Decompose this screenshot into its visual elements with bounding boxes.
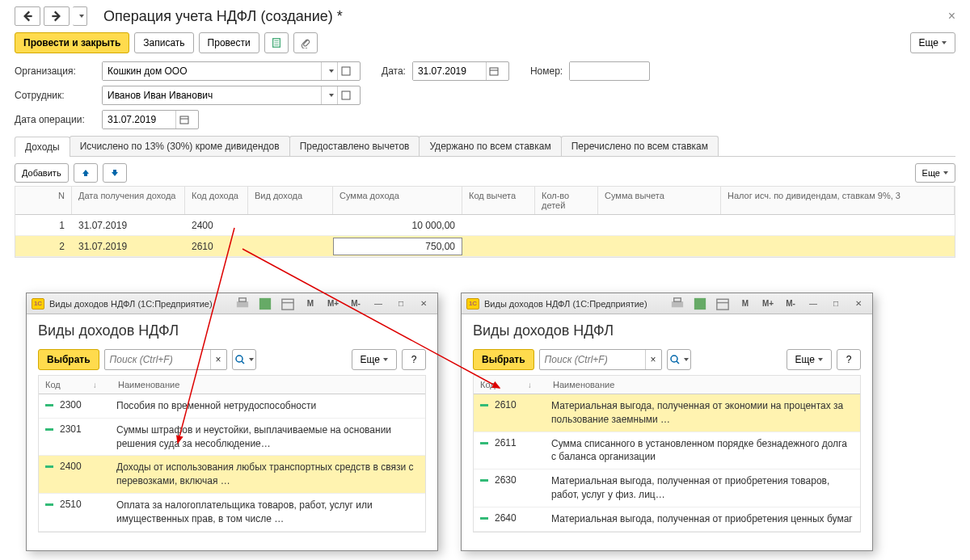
m-minus-button[interactable]: M- xyxy=(347,296,365,312)
org-input[interactable] xyxy=(103,62,321,80)
list-item[interactable]: ▬2510Оплата за налогоплательщика товаров… xyxy=(39,494,425,532)
org-dropdown[interactable] xyxy=(321,62,337,80)
gh-date[interactable]: Дата получения дохода xyxy=(72,187,185,214)
maximize-button[interactable]: □ xyxy=(392,296,410,312)
item-name: Доходы от использования любых транспортн… xyxy=(116,461,419,488)
date-picker[interactable] xyxy=(486,62,502,80)
minimize-button[interactable]: — xyxy=(804,296,822,312)
number-input[interactable] xyxy=(570,62,647,80)
org-label: Организация: xyxy=(15,65,95,77)
clear-search-button[interactable]: × xyxy=(645,350,661,369)
select-button[interactable]: Выбрать xyxy=(473,349,534,370)
gh-type[interactable]: Вид дохода xyxy=(248,187,333,214)
svg-rect-18 xyxy=(674,297,681,301)
grid-more-button[interactable]: Еще xyxy=(915,163,955,183)
m-button[interactable]: M xyxy=(302,296,319,312)
list-item[interactable]: ▬2610Материальная выгода, полученная от … xyxy=(474,394,860,432)
move-up-button[interactable] xyxy=(74,163,98,183)
search-input[interactable] xyxy=(540,354,645,365)
dialog-more-button[interactable]: Еще xyxy=(787,349,832,370)
list-item[interactable]: ▬2300Пособия по временной нетрудоспособн… xyxy=(39,394,425,419)
item-icon: ▬ xyxy=(480,512,495,521)
help-button[interactable]: ? xyxy=(837,349,861,370)
m-plus-button[interactable]: M+ xyxy=(324,296,342,312)
employee-input[interactable] xyxy=(103,86,321,104)
save-button[interactable]: Записать xyxy=(134,32,193,53)
employee-dropdown[interactable] xyxy=(321,86,337,104)
list-head-name[interactable]: Наименование xyxy=(553,380,854,389)
item-icon: ▬ xyxy=(480,399,495,408)
dialog-more-button[interactable]: Еще xyxy=(352,349,397,370)
opdate-input[interactable] xyxy=(103,111,175,128)
employee-open[interactable] xyxy=(337,86,353,104)
item-icon: ▬ xyxy=(45,423,60,432)
close-button[interactable]: ✕ xyxy=(415,296,432,312)
grid-row[interactable]: 1 31.07.2019 2400 10 000,00 xyxy=(15,215,955,236)
m-plus-button[interactable]: M+ xyxy=(759,296,777,312)
tab-4[interactable]: Перечислено по всем ставкам xyxy=(561,136,719,156)
maximize-button[interactable]: □ xyxy=(827,296,845,312)
add-row-button[interactable]: Добавить xyxy=(15,163,69,183)
svg-rect-17 xyxy=(672,301,683,307)
list-head-name[interactable]: Наименование xyxy=(118,380,419,389)
item-name: Материальная выгода, полученная от эконо… xyxy=(551,399,854,427)
print-icon[interactable] xyxy=(234,296,251,312)
grid-row[interactable]: 2 31.07.2019 2610 750,00 xyxy=(15,236,955,257)
minimize-button[interactable]: — xyxy=(369,296,387,312)
item-name: Материальная выгода, полученная от приоб… xyxy=(551,512,854,526)
save-icon[interactable] xyxy=(256,296,274,312)
list-item[interactable]: ▬2630Материальная выгода, полученная от … xyxy=(474,469,860,507)
post-button[interactable]: Провести xyxy=(199,32,259,53)
item-icon: ▬ xyxy=(45,399,60,408)
forward-button[interactable] xyxy=(44,6,70,26)
search-input[interactable] xyxy=(105,354,210,365)
m-button[interactable]: M xyxy=(736,296,754,312)
page-title: Операция учета НДФЛ (создание) * xyxy=(103,8,343,25)
svg-rect-12 xyxy=(259,297,271,309)
calendar-icon[interactable] xyxy=(279,296,297,312)
attach-button[interactable] xyxy=(293,32,318,53)
tab-3[interactable]: Удержано по всем ставкам xyxy=(419,136,561,156)
gh-code[interactable]: Код дохода xyxy=(185,187,248,214)
move-down-button[interactable] xyxy=(103,163,127,183)
m-minus-button[interactable]: M- xyxy=(782,296,799,312)
list-item[interactable]: ▬2640Материальная выгода, полученная от … xyxy=(474,507,860,532)
opdate-picker[interactable] xyxy=(175,111,192,128)
report-button[interactable] xyxy=(264,32,289,53)
nav-dropdown[interactable] xyxy=(73,6,87,26)
item-code: 2610 xyxy=(495,399,551,411)
opdate-label: Дата операции: xyxy=(15,114,95,125)
income-types-list-right: Код↓ Наименование ▬2610Материальная выго… xyxy=(473,375,861,533)
org-open[interactable] xyxy=(337,62,353,80)
close-button[interactable]: ✕ xyxy=(850,296,867,312)
tab-2[interactable]: Предоставлено вычетов xyxy=(289,136,420,156)
gh-ded-amt[interactable]: Сумма вычета xyxy=(598,187,721,214)
calendar-icon[interactable] xyxy=(714,296,732,312)
gh-n[interactable]: N xyxy=(15,187,72,214)
save-icon[interactable] xyxy=(691,296,709,312)
clear-search-button[interactable]: × xyxy=(210,350,226,369)
gh-amount[interactable]: Сумма дохода xyxy=(333,187,462,214)
item-code: 2640 xyxy=(495,512,551,524)
close-icon[interactable]: × xyxy=(948,9,955,23)
help-button[interactable]: ? xyxy=(402,349,426,370)
select-button[interactable]: Выбрать xyxy=(38,349,99,370)
svg-rect-13 xyxy=(282,299,293,309)
list-item[interactable]: ▬2301Суммы штрафов и неустойки, выплачив… xyxy=(39,419,425,457)
post-close-button[interactable]: Провести и закрыть xyxy=(15,32,129,53)
gh-tax[interactable]: Налог исч. по дивидендам, ставкам 9%, 3 xyxy=(721,187,955,214)
print-icon[interactable] xyxy=(668,296,686,312)
gh-ded-code[interactable]: Код вычета xyxy=(462,187,535,214)
more-button[interactable]: Еще xyxy=(910,32,955,53)
amount-input-cell[interactable]: 750,00 xyxy=(333,238,462,255)
list-item[interactable]: ▬2400Доходы от использования любых транс… xyxy=(39,456,425,494)
tab-0[interactable]: Доходы xyxy=(15,137,70,157)
find-button[interactable] xyxy=(667,349,691,370)
find-button[interactable] xyxy=(232,349,256,370)
tab-1[interactable]: Исчислено по 13% (30%) кроме дивидендов xyxy=(70,136,290,156)
income-types-list-left: Код↓ Наименование ▬2300Пособия по времен… xyxy=(38,375,426,533)
gh-kids[interactable]: Кол-во детей xyxy=(535,187,598,214)
back-button[interactable] xyxy=(15,6,40,26)
date-input[interactable] xyxy=(413,62,486,80)
list-item[interactable]: ▬2611Сумма списанного в установленном по… xyxy=(474,432,860,470)
